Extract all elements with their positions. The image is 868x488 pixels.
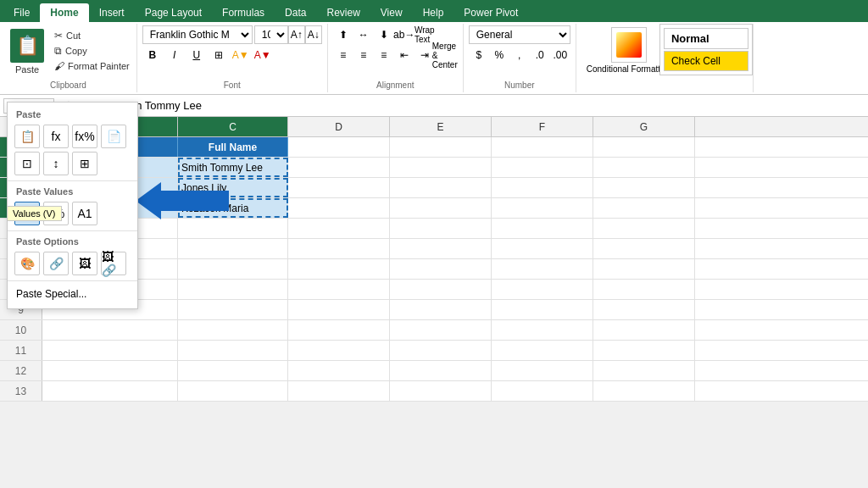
font-color-button[interactable]: A▼ [253, 46, 273, 64]
cell-d8[interactable] [288, 280, 390, 299]
cell-g10[interactable] [593, 320, 695, 340]
cell-c13[interactable] [178, 381, 288, 401]
cell-f4[interactable] [492, 198, 593, 218]
tab-insert[interactable]: Insert [89, 3, 135, 22]
decrease-decimal-button[interactable]: .0 [530, 46, 550, 64]
paste-keep-formatting-button[interactable]: 📄 [101, 125, 126, 148]
font-grow-button[interactable]: A↑ [288, 25, 305, 44]
cell-f11[interactable] [492, 341, 593, 360]
cell-e6[interactable] [390, 239, 492, 258]
align-bottom-button[interactable]: ⬇ [374, 25, 394, 44]
increase-decimal-button[interactable]: .00 [550, 46, 570, 64]
cell-e2[interactable] [390, 158, 492, 177]
cell-d12[interactable] [288, 361, 390, 380]
formula-input[interactable]: Smith Tommy Lee [110, 99, 865, 112]
cell-f2[interactable] [492, 158, 593, 177]
cell-f3[interactable] [492, 178, 593, 197]
paste-link-button[interactable]: 🔗 [43, 252, 69, 275]
cell-d11[interactable] [288, 341, 390, 360]
cell-g13[interactable] [593, 381, 695, 401]
cell-e4[interactable] [390, 198, 492, 218]
borders-button[interactable]: ⊞ [209, 46, 229, 64]
paste-linked-picture-button[interactable]: 🖼🔗 [101, 252, 126, 275]
cell-g12[interactable] [593, 361, 695, 380]
cell-e7[interactable] [390, 259, 492, 279]
cell-c12[interactable] [178, 361, 288, 380]
paste-values-fmt-button[interactable]: A1 [72, 202, 97, 225]
percent-button[interactable]: % [489, 46, 509, 64]
cell-d5[interactable] [288, 219, 390, 238]
tab-home[interactable]: Home [40, 3, 88, 22]
cell-d1[interactable] [288, 137, 390, 157]
cell-f8[interactable] [492, 280, 593, 299]
cell-b12[interactable] [42, 361, 178, 380]
bold-button[interactable]: B [142, 46, 163, 64]
cell-d2[interactable] [288, 158, 390, 177]
cell-f13[interactable] [492, 381, 593, 401]
cell-d4[interactable] [288, 198, 390, 218]
cell-e5[interactable] [390, 219, 492, 238]
underline-button[interactable]: U [186, 46, 207, 64]
cell-d6[interactable] [288, 239, 390, 258]
tab-view[interactable]: View [370, 3, 413, 22]
align-top-button[interactable]: ⬆ [333, 25, 353, 44]
cell-d3[interactable] [288, 178, 390, 197]
cell-f6[interactable] [492, 239, 593, 258]
copy-button[interactable]: ⧉ Copy [53, 44, 131, 58]
align-center-button[interactable]: ≡ [353, 46, 374, 64]
col-header-e[interactable]: E [390, 117, 492, 136]
tab-page-layout[interactable]: Page Layout [135, 3, 212, 22]
cell-g3[interactable] [593, 178, 695, 197]
tab-file[interactable]: File [3, 3, 40, 22]
check-cell-style[interactable]: Check Cell [664, 51, 748, 71]
cell-c9[interactable] [178, 300, 288, 319]
comma-button[interactable]: , [509, 46, 530, 64]
cell-g9[interactable] [593, 300, 695, 319]
cell-g6[interactable] [593, 239, 695, 258]
cell-f7[interactable] [492, 259, 593, 279]
normal-style[interactable]: Normal [664, 28, 748, 49]
paste-transpose-button[interactable]: ⊞ [72, 152, 97, 175]
tab-power-pivot[interactable]: Power Pivot [453, 3, 528, 22]
tab-formulas[interactable]: Formulas [212, 3, 275, 22]
cell-f10[interactable] [492, 320, 593, 340]
cell-e3[interactable] [390, 178, 492, 197]
cell-g4[interactable] [593, 198, 695, 218]
cell-b11[interactable] [42, 341, 178, 360]
accounting-button[interactable]: $ [469, 46, 489, 64]
paste-keep-col-widths-button[interactable]: ↕ [43, 152, 69, 175]
paste-default-button[interactable]: 📋 [14, 125, 40, 148]
cell-d13[interactable] [288, 381, 390, 401]
cell-e9[interactable] [390, 300, 492, 319]
cell-g1[interactable] [593, 137, 695, 157]
tab-review[interactable]: Review [316, 3, 370, 22]
cell-e12[interactable] [390, 361, 492, 380]
cell-d9[interactable] [288, 300, 390, 319]
paste-button[interactable]: 📋 Paste [5, 27, 49, 76]
font-name-select[interactable]: Franklin Gothic M [142, 25, 253, 44]
cell-e13[interactable] [390, 381, 492, 401]
cell-c11[interactable] [178, 341, 288, 360]
font-shrink-button[interactable]: A↓ [305, 25, 322, 44]
cell-b13[interactable] [42, 381, 178, 401]
decrease-indent-button[interactable]: ⇤ [394, 46, 415, 64]
col-header-f[interactable]: F [492, 117, 593, 136]
orientation-button[interactable]: ab→ [394, 25, 415, 44]
paste-special-button[interactable]: Paste Special... [8, 285, 137, 303]
cell-f9[interactable] [492, 300, 593, 319]
cell-c10[interactable] [178, 320, 288, 340]
merge-center-button[interactable]: Merge & Center [435, 46, 455, 64]
cell-c2[interactable]: Smith Tommy Lee [178, 158, 288, 177]
cell-d10[interactable] [288, 320, 390, 340]
align-left-button[interactable]: ≡ [333, 46, 353, 64]
cell-f1[interactable] [492, 137, 593, 157]
align-middle-button[interactable]: ↔ [353, 25, 374, 44]
cut-button[interactable]: ✂ Cut [53, 29, 131, 42]
tab-data[interactable]: Data [275, 3, 316, 22]
paste-formatting-button[interactable]: 🎨 [14, 252, 40, 275]
cell-b10[interactable] [42, 320, 178, 340]
cell-g2[interactable] [593, 158, 695, 177]
number-format-select[interactable]: General [469, 25, 570, 44]
cell-g5[interactable] [593, 219, 695, 238]
paste-no-borders-button[interactable]: ⊡ [14, 152, 40, 175]
